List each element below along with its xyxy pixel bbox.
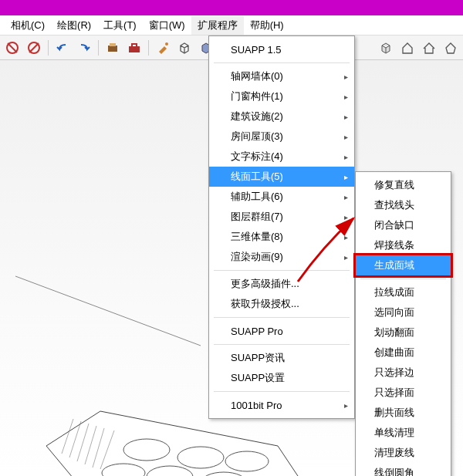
menu-suapp-pro[interactable]: SUAPP Pro [209, 321, 354, 341]
chevron-right-icon: ▸ [344, 213, 348, 221]
menu-sep [214, 317, 350, 318]
menu-help[interactable]: 帮助(H) [244, 16, 290, 35]
line-tools-submenu: 修复直线 查找线头 闭合缺口 焊接线条 生成面域 拉线成面 选同向面 划动翻面 … [355, 171, 451, 476]
chevron-right-icon: ▸ [344, 93, 348, 101]
menu-get-license[interactable]: 获取升级授权... [209, 294, 354, 314]
sub-make-faces[interactable]: 生成面域 [356, 255, 451, 275]
sub-stroke-flip[interactable]: 划动翻面 [356, 322, 451, 343]
menu-suapp-news[interactable]: SUAPP资讯 [209, 348, 354, 368]
item-label: 渲染动画(9) [231, 250, 283, 264]
item-label: 辅助工具(6) [231, 190, 283, 204]
item-label: 线面工具(5) [231, 170, 283, 184]
chevron-right-icon: ▸ [344, 253, 348, 262]
svg-rect-4 [108, 46, 117, 52]
menu-layer-group[interactable]: 图层群组(7)▸ [209, 207, 354, 227]
sub-line-fillet[interactable]: 线倒圆角 [356, 463, 451, 476]
svg-line-1 [8, 43, 17, 52]
house2-icon[interactable] [420, 39, 438, 57]
svg-rect-7 [132, 44, 137, 47]
sub-line-cleanup[interactable]: 单线清理 [356, 423, 451, 443]
globe-icon[interactable] [3, 39, 22, 57]
menu-more-plugins[interactable]: 更多高级插件... [209, 274, 354, 294]
svg-point-8 [165, 42, 168, 46]
menu-sep [214, 270, 350, 271]
menu-building-facility[interactable]: 建筑设施(2)▸ [209, 106, 354, 127]
toolbar-sep [148, 40, 149, 56]
highlight-box: 生成面域 [353, 253, 453, 278]
chevron-right-icon: ▸ [344, 173, 348, 181]
sub-repair-line[interactable]: 修复直线 [356, 175, 451, 195]
extensions-dropdown: SUAPP 1.5 轴网墙体(0)▸ 门窗构件(1)▸ 建筑设施(2)▸ 房间屋… [208, 35, 355, 419]
house3-icon[interactable] [441, 39, 460, 57]
item-label: SUAPP 1.5 [231, 44, 282, 56]
cube-icon[interactable] [175, 39, 194, 57]
menu-text-annot[interactable]: 文字标注(4)▸ [209, 147, 354, 167]
sub-select-edges[interactable]: 只选择边 [356, 363, 451, 383]
item-label: 更多高级插件... [231, 277, 299, 291]
item-label: SUAPP资讯 [231, 351, 285, 365]
sub-purge-waste-line[interactable]: 清理废线 [356, 443, 451, 463]
item-label: 房间屋顶(3) [231, 130, 283, 143]
menu-tools[interactable]: 工具(T) [97, 16, 143, 35]
chevron-right-icon: ▸ [344, 73, 348, 81]
print-icon[interactable] [103, 39, 122, 57]
menu-sep [214, 391, 350, 392]
menu-suapp15[interactable]: SUAPP 1.5 [209, 39, 354, 59]
svg-rect-5 [110, 43, 116, 46]
redo-icon[interactable] [75, 39, 93, 57]
menu-aux-tools[interactable]: 辅助工具(6)▸ [209, 187, 354, 207]
item-label: SUAPP Pro [231, 326, 283, 337]
toolbar-sep [48, 40, 49, 56]
sub-select-faces[interactable]: 只选择面 [356, 383, 451, 403]
menu-sep [214, 344, 350, 345]
toolbox-icon[interactable] [125, 39, 144, 57]
sub-del-coplanar-line[interactable]: 删共面线 [356, 403, 451, 423]
item-label: 轴网墙体(0) [231, 69, 283, 83]
item-label: 文字标注(4) [231, 150, 283, 164]
item-label: 图层群组(7) [231, 210, 283, 224]
item-label: 三维体量(8) [231, 230, 283, 244]
menu-sep [360, 279, 446, 279]
paint-icon[interactable] [154, 39, 172, 57]
chevron-right-icon: ▸ [344, 193, 348, 201]
chevron-right-icon: ▸ [344, 153, 348, 161]
menu-room-roof[interactable]: 房间屋顶(3)▸ [209, 127, 354, 147]
menu-render-anim[interactable]: 渲染动画(9)▸ [209, 247, 354, 267]
menu-window[interactable]: 窗口(W) [143, 16, 191, 35]
menu-draw[interactable]: 绘图(R) [51, 16, 97, 35]
home-icon[interactable] [398, 39, 417, 57]
item-label: SUAPP设置 [231, 371, 285, 385]
sub-push-line-face[interactable]: 拉线成面 [356, 282, 451, 302]
item-label: 1001bit Pro [231, 400, 282, 411]
horizon-line [15, 276, 201, 346]
menu-grid-wall[interactable]: 轴网墙体(0)▸ [209, 66, 354, 86]
box3d-icon[interactable] [377, 39, 395, 57]
svg-line-3 [29, 43, 39, 52]
menu-door-window[interactable]: 门窗构件(1)▸ [209, 86, 354, 106]
menu-line-face-tools[interactable]: 线面工具(5)▸ [209, 167, 354, 187]
undo-icon[interactable] [53, 39, 72, 57]
sub-close-gap[interactable]: 闭合缺口 [356, 215, 451, 235]
menu-3d-volume[interactable]: 三维体量(8)▸ [209, 227, 354, 247]
chevron-right-icon: ▸ [344, 133, 348, 141]
item-label: 获取升级授权... [231, 297, 299, 311]
sub-find-line-end[interactable]: 查找线头 [356, 195, 451, 215]
menu-camera[interactable]: 相机(C) [5, 16, 51, 35]
sub-create-surface[interactable]: 创建曲面 [356, 343, 451, 363]
menu-suapp-settings[interactable]: SUAPP设置 [209, 368, 354, 388]
chevron-right-icon: ▸ [344, 401, 348, 410]
sub-same-orient-face[interactable]: 选同向面 [356, 302, 451, 322]
window-titlebar [0, 0, 463, 15]
chevron-right-icon: ▸ [344, 113, 348, 121]
block-icon[interactable] [25, 39, 43, 57]
geometry-pattern [46, 411, 309, 476]
menubar: 相机(C) 绘图(R) 工具(T) 窗口(W) 扩展程序 帮助(H) [0, 15, 463, 35]
menu-1001bit[interactable]: 1001bit Pro▸ [209, 395, 354, 415]
toolbar-sep [98, 40, 99, 56]
menu-extensions[interactable]: 扩展程序 [191, 16, 244, 35]
item-label: 门窗构件(1) [231, 89, 283, 103]
chevron-right-icon: ▸ [344, 233, 348, 241]
menu-sep [214, 62, 350, 63]
item-label: 建筑设施(2) [231, 110, 283, 123]
